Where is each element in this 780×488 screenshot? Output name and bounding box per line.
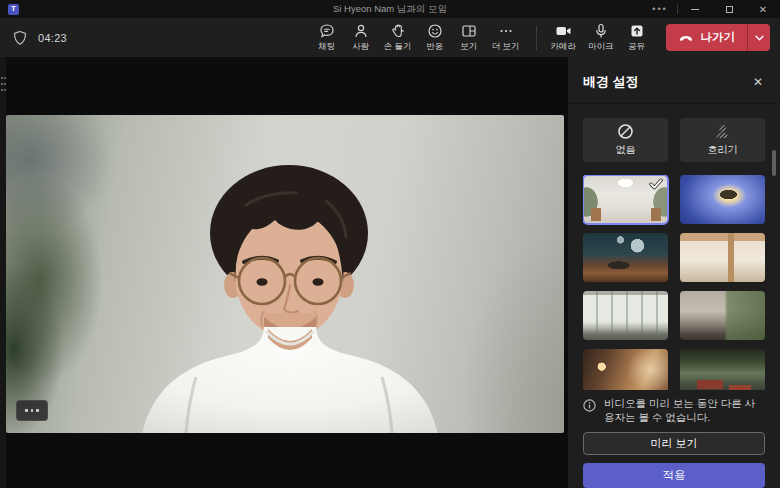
self-video-preview (6, 115, 564, 433)
meeting-stage (0, 57, 568, 488)
close-icon: ✕ (759, 4, 767, 15)
microphone-label: 마이크 (588, 41, 614, 53)
reactions-button[interactable]: 반응 (418, 21, 452, 55)
shield-icon (12, 30, 28, 46)
blur-label: 흐리기 (708, 143, 738, 157)
microphone-icon (593, 23, 609, 39)
background-gallery (583, 175, 765, 390)
people-button[interactable]: 사람 (344, 21, 378, 55)
minimize-icon (691, 9, 699, 10)
titlebar: T Si Hyeon Nam 님과의 모임 ••• ✕ (0, 0, 780, 18)
preview-info-text: 비디오를 미리 보는 동안 다른 사용자는 볼 수 없습니다. (604, 397, 765, 425)
share-label: 공유 (628, 41, 645, 53)
leave-label: 나가기 (701, 30, 736, 45)
ellipsis-icon: ••• (652, 4, 667, 14)
background-thumbnail-alien-planet[interactable] (583, 233, 668, 282)
microphone-button[interactable]: 마이크 (582, 21, 620, 55)
camera-icon (555, 23, 572, 39)
none-label: 없음 (616, 143, 636, 157)
reactions-icon (427, 23, 443, 39)
panel-title: 배경 설정 (583, 73, 639, 91)
teams-meeting-window: T Si Hyeon Nam 님과의 모임 ••• ✕ 04:23 채팅 사람 (0, 0, 780, 488)
panel-scrollbar[interactable] (772, 150, 776, 176)
background-blur-button[interactable]: 흐리기 (680, 118, 765, 162)
background-thumbnail-warm-living[interactable] (583, 349, 668, 390)
info-icon (583, 399, 596, 412)
view-label: 보기 (460, 41, 477, 53)
video-tile-more-button[interactable] (16, 400, 48, 421)
background-thumbnail-bright-window[interactable] (583, 291, 668, 340)
view-icon (461, 23, 477, 39)
apply-button[interactable]: 적용 (583, 463, 765, 488)
maximize-button[interactable] (712, 0, 746, 18)
share-icon (629, 23, 645, 39)
background-thumbnail-space[interactable] (680, 175, 765, 224)
close-panel-button[interactable]: ✕ (751, 74, 765, 90)
check-icon (649, 178, 663, 190)
hang-up-icon (678, 33, 694, 43)
people-icon (353, 23, 369, 39)
background-thumbnail-plant-lounge[interactable] (680, 291, 765, 340)
raise-hand-button[interactable]: 손 들기 (378, 21, 418, 55)
background-settings-panel: 배경 설정 ✕ 없음 흐리기 비디오를 미리 보는 동 (568, 57, 780, 488)
chat-button[interactable]: 채팅 (310, 21, 344, 55)
reactions-label: 반응 (426, 41, 443, 53)
meeting-timer: 04:23 (38, 32, 67, 44)
chevron-down-icon (755, 35, 764, 41)
chat-icon (319, 23, 335, 39)
titlebar-more-button[interactable]: ••• (643, 0, 677, 18)
chat-label: 채팅 (318, 41, 335, 53)
raise-hand-icon (390, 23, 406, 39)
more-options-button[interactable]: 더 보기 (486, 21, 526, 55)
preview-button[interactable]: 미리 보기 (583, 432, 765, 455)
toolbar-divider (536, 26, 537, 50)
more-options-label: 더 보기 (492, 41, 520, 53)
maximize-icon (726, 6, 733, 13)
minimize-button[interactable] (678, 0, 712, 18)
none-icon (617, 123, 634, 140)
background-thumbnail-white-room[interactable] (583, 175, 668, 224)
more-icon (498, 23, 514, 39)
camera-label: 카메라 (551, 41, 577, 53)
view-button[interactable]: 보기 (452, 21, 486, 55)
drag-handle-icon (1, 77, 6, 91)
background-none-button[interactable]: 없음 (583, 118, 668, 162)
teams-logo-icon: T (8, 4, 19, 15)
participant-video (6, 115, 564, 433)
background-grid (583, 175, 765, 390)
close-window-button[interactable]: ✕ (746, 0, 780, 18)
people-label: 사람 (352, 41, 369, 53)
leave-dropdown-button[interactable] (748, 24, 770, 51)
panel-divider (568, 103, 780, 104)
camera-button[interactable]: 카메라 (545, 21, 583, 55)
meeting-toolbar: 04:23 채팅 사람 손 들기 반응 보기 (0, 18, 780, 57)
background-thumbnail-green-atrium[interactable] (680, 349, 765, 390)
leave-button[interactable]: 나가기 (666, 24, 771, 51)
raise-hand-label: 손 들기 (384, 41, 412, 53)
background-thumbnail-wood-interior[interactable] (680, 233, 765, 282)
ellipsis-icon (25, 409, 28, 412)
share-button[interactable]: 공유 (620, 21, 654, 55)
blur-icon (713, 123, 732, 140)
